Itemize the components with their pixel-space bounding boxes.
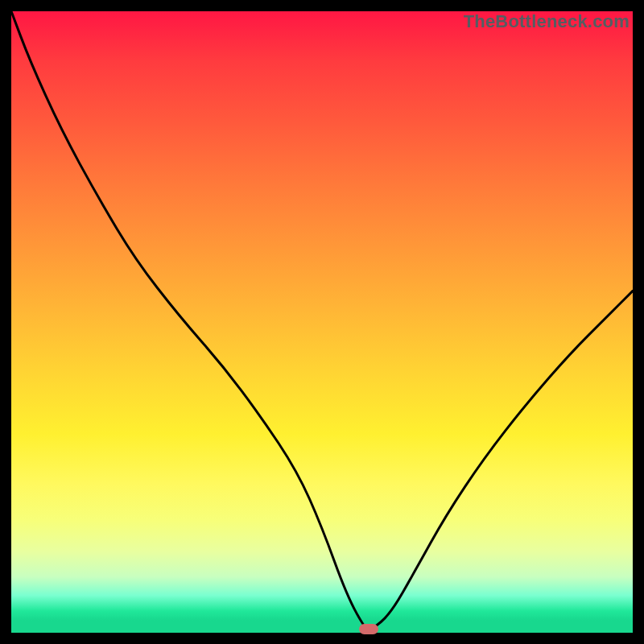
optimal-point-marker	[359, 624, 378, 634]
chart-frame: TheBottleneck.com	[0, 0, 644, 644]
plot-area: TheBottleneck.com	[11, 11, 633, 633]
bottleneck-curve	[11, 11, 633, 633]
